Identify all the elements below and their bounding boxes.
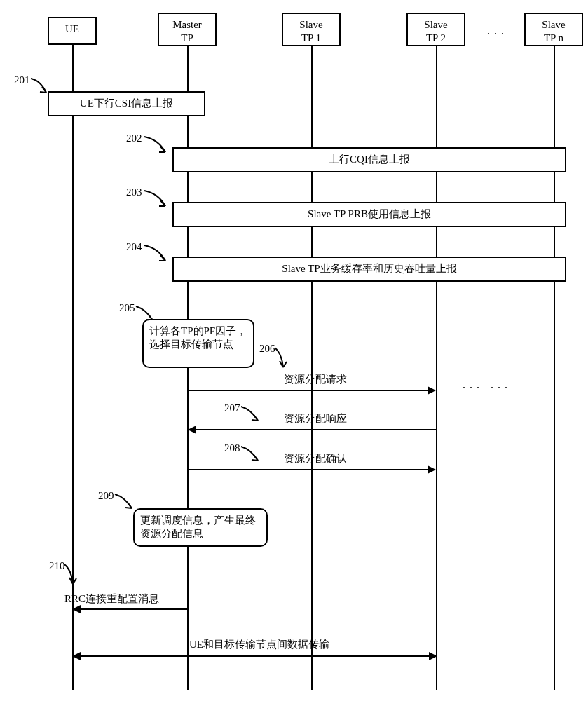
box-201: UE下行CSI信息上报 xyxy=(48,91,205,116)
actor-slave2: Slave TP 2 xyxy=(406,13,465,46)
arrow-208 xyxy=(188,469,435,470)
msg-ellipsis-206: ... ... xyxy=(463,379,512,391)
actor-ue: UE xyxy=(48,17,97,45)
text-206: 资源分配请求 xyxy=(259,373,371,386)
lifeline-slave2 xyxy=(436,46,437,690)
box-204: Slave TP业务缓存率和历史吞吐量上报 xyxy=(172,257,566,282)
note-209: 更新调度信息，产生最终资源分配信息 xyxy=(133,508,268,547)
step-arrow-204 xyxy=(140,244,175,268)
arrow-206 xyxy=(188,390,435,391)
actor-master: Master TP xyxy=(158,13,217,46)
actor-slave1: Slave TP 1 xyxy=(282,13,341,46)
arrow-211 xyxy=(74,655,436,657)
box-202: 上行CQI信息上报 xyxy=(172,147,566,172)
text-208: 资源分配确认 xyxy=(259,452,371,465)
actor-slaven: Slave TP n xyxy=(524,13,583,46)
step-arrow-210 xyxy=(62,563,90,591)
actor-ellipsis: ... xyxy=(487,25,508,37)
arrow-210 xyxy=(74,608,187,610)
step-arrow-206 xyxy=(272,346,300,374)
arrow-207 xyxy=(189,429,436,430)
lifeline-slaven xyxy=(554,46,555,690)
text-207: 资源分配响应 xyxy=(259,412,371,426)
lifeline-slave1 xyxy=(311,46,313,690)
note-205: 计算各TP的PF因子，选择目标传输节点 xyxy=(142,319,254,368)
text-210: RRC连接重配置消息 xyxy=(64,592,191,606)
step-arrow-202 xyxy=(140,135,175,159)
step-arrow-203 xyxy=(140,189,175,213)
sequence-diagram: UE Master TP Slave TP 1 Slave TP 2 Slave… xyxy=(0,0,588,701)
text-211: UE和目标传输节点间数据传输 xyxy=(140,638,378,651)
box-203: Slave TP PRB使用信息上报 xyxy=(172,202,566,227)
